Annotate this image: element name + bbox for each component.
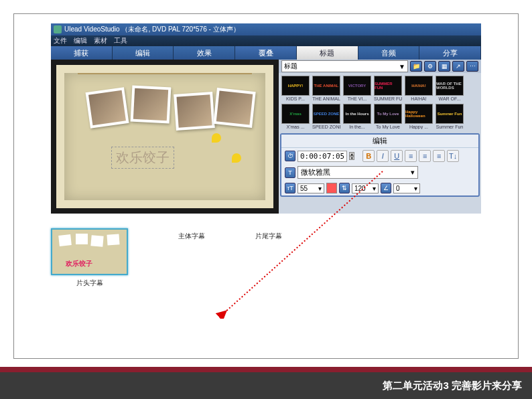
library-folder-button[interactable]: 📁 [410,61,422,72]
photo-frame [86,87,129,129]
preview-panel: 欢乐饺子 [51,60,279,214]
tab-share[interactable]: 分享 [419,46,481,60]
library-sort-button[interactable]: ⚙ [424,61,436,72]
footer-accent [0,367,532,372]
size-icon: тT [285,183,295,193]
tab-effect[interactable]: 效果 [174,46,235,60]
chevron-down-icon: ▾ [411,168,415,177]
title-preset[interactable]: Happy HalloweenHappy ... [405,104,433,129]
library-category-select[interactable]: 标题▼ [281,60,408,72]
slide-footer: 第二单元活动3 完善影片来分享 [0,372,532,399]
title-gallery: HAPPY!KIDS P...THE ANIMALTHE ANIMALVICTO… [279,73,481,132]
font-color-swatch[interactable] [326,183,337,193]
edit-header: 编辑 [281,135,478,148]
title-preset[interactable]: HA!HA!HA!HA! [405,76,433,101]
rotation-icon: ∠ [381,183,391,193]
step-tabs: 捕获 编辑 效果 覆叠 标题 音频 分享 [51,46,481,60]
app-icon [54,25,62,33]
tab-title[interactable]: 标题 [297,46,358,60]
align-right-button[interactable]: ≡ [433,150,445,162]
title-preset[interactable]: SPEED ZONESPEED ZONE [312,104,340,129]
flower-decoration [205,120,265,200]
title-preset[interactable]: HAPPY!KIDS P... [281,76,310,101]
edit-panel: 编辑 ⏱ 0:00:07:05 ▲▼ B I U ≡ ≡ ≡ T↓ [280,133,480,197]
vertical-text-button[interactable]: T↓ [447,150,459,162]
menu-clip[interactable]: 素材 [94,36,107,46]
bold-button[interactable]: B [362,150,375,162]
menu-tools[interactable]: 工具 [114,36,127,46]
title-preset[interactable]: SUMMER FUNSUMMER FUN [374,76,402,101]
clip-head[interactable]: 欢乐饺子 片头字幕 [51,228,128,288]
preview-canvas[interactable]: 欢乐饺子 [56,65,273,208]
clip-tail[interactable]: 片尾字幕 [255,228,282,288]
tab-edit[interactable]: 编辑 [113,46,174,60]
text-icon: T [285,167,295,178]
title-preset[interactable]: In the HoursIn the... [343,104,371,129]
align-left-button[interactable]: ≡ [405,150,417,162]
title-preset[interactable]: X'masX'mas ... [281,104,310,129]
clock-icon: ⏱ [285,151,295,161]
chevron-down-icon: ▼ [399,63,405,70]
title-text: Ulead VideoStudio （未命名, DVD PAL 720*576 … [64,25,240,34]
title-preset[interactable]: To My LoveTo My Love [374,104,402,129]
italic-button[interactable]: I [377,150,389,162]
leading-icon: ⇅ [339,183,350,193]
photo-frame [131,86,172,124]
title-preset[interactable]: WAR OF THE WORLDSWAR OF... [436,76,464,101]
tab-capture[interactable]: 捕获 [51,46,113,60]
library-expand-button[interactable]: ↗ [452,61,464,72]
titlebar: Ulead VideoStudio （未命名, DVD PAL 720*576 … [51,23,481,35]
duration-spinner[interactable]: ▲▼ [349,152,354,160]
menu-edit[interactable]: 编辑 [74,36,87,46]
library-view-button[interactable]: ▦ [438,61,450,72]
clip-body[interactable]: 主体字幕 [178,228,205,288]
library-manage-button[interactable]: ⋯ [466,61,478,72]
title-caption[interactable]: 欢乐饺子 [111,147,174,169]
title-preset[interactable]: THE ANIMALTHE ANIMAL [312,76,340,101]
font-size-select[interactable]: 55▾ [297,183,324,193]
font-select[interactable]: 微软雅黑▾ [297,166,418,179]
duration-field[interactable]: 0:00:07:05 [297,151,347,162]
tab-overlay[interactable]: 覆叠 [235,46,297,60]
menu-file[interactable]: 文件 [54,36,67,46]
timeline-thumbs: 欢乐饺子 片头字幕 主体字幕 片尾字幕 [51,228,282,288]
leading-select[interactable]: 120▾ [352,183,379,193]
title-preset[interactable]: VICTORYTHE VI... [343,76,371,101]
title-preset[interactable]: Summer FunSummer Fun [436,104,464,129]
align-center-button[interactable]: ≡ [419,150,431,162]
rotation-select[interactable]: 0▾ [393,183,420,193]
menubar: 文件 编辑 素材 工具 [51,35,481,46]
library-header: 标题▼ 📁 ⚙ ▦ ↗ ⋯ [279,60,481,73]
underline-button[interactable]: U [391,150,403,162]
tab-audio[interactable]: 音频 [358,46,420,60]
